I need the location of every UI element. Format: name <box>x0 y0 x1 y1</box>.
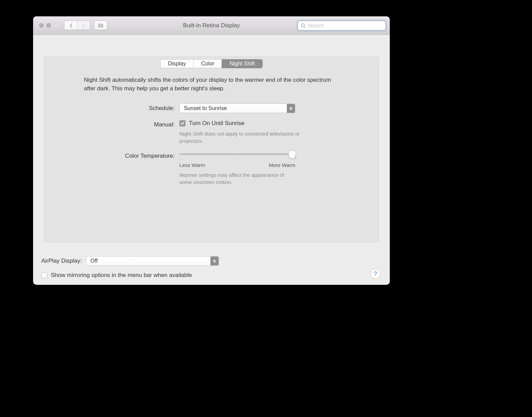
popup-caret-icon <box>210 257 219 265</box>
nav-buttons <box>64 21 90 30</box>
footer: AirPlay Display: Off Show mirroring opti… <box>41 256 382 279</box>
airplay-popup[interactable]: Off <box>86 256 219 266</box>
content-panel: Night Shift automatically shifts the col… <box>44 57 379 242</box>
manual-label: Manual: <box>61 120 179 128</box>
airplay-value: Off <box>86 258 98 264</box>
search-input[interactable] <box>308 22 383 28</box>
manual-checkbox[interactable]: Turn On Until Sunrise <box>179 120 362 127</box>
tab-bar: Display Color Night Shift <box>33 59 390 68</box>
schedule-popup[interactable]: Sunset to Sunrise <box>179 104 295 113</box>
mirroring-checkbox[interactable]: Show mirroring options in the menu bar w… <box>41 272 192 279</box>
show-all-button[interactable] <box>94 21 107 30</box>
zoom-window-button[interactable] <box>54 23 58 28</box>
grid-icon <box>98 24 103 28</box>
help-button[interactable]: ? <box>371 269 380 279</box>
airplay-label: AirPlay Display: <box>41 258 82 264</box>
window-controls <box>39 23 58 28</box>
color-temp-row: Color Temperature: ||| Less Warm More Wa… <box>61 151 362 186</box>
slider-min-label: Less Warm <box>179 162 205 168</box>
chevron-left-icon <box>69 23 73 28</box>
search-field[interactable] <box>298 21 386 30</box>
svg-line-13 <box>304 26 306 28</box>
svg-point-5 <box>100 25 101 26</box>
slider-ticks: ||| <box>179 156 295 160</box>
slider-max-label: More Warm <box>269 162 295 168</box>
svg-point-7 <box>102 25 103 26</box>
forward-button[interactable] <box>77 21 90 30</box>
schedule-label: Schedule: <box>61 104 179 112</box>
tab-color[interactable]: Color <box>193 59 222 68</box>
svg-point-0 <box>98 24 99 25</box>
checkbox-unchecked-icon <box>41 272 47 278</box>
svg-point-1 <box>100 24 101 25</box>
svg-point-6 <box>101 25 102 26</box>
schedule-value: Sunset to Sunrise <box>180 105 227 111</box>
minimize-window-button[interactable] <box>46 23 51 28</box>
color-temp-note: Warmer settings may affect the appearanc… <box>179 171 295 186</box>
mirroring-row: Show mirroring options in the menu bar w… <box>41 272 382 279</box>
manual-checkbox-label: Turn On Until Sunrise <box>189 120 245 127</box>
airplay-row: AirPlay Display: Off <box>41 256 382 266</box>
svg-point-8 <box>98 26 99 27</box>
checkbox-checked-icon <box>179 120 186 126</box>
chevron-right-icon <box>82 23 85 28</box>
display-prefs-window: Built-in Retina Display Display Color Ni… <box>33 16 390 285</box>
color-temp-slider[interactable] <box>179 153 295 155</box>
svg-point-2 <box>101 24 102 25</box>
intro-text: Night Shift automatically shifts the col… <box>84 76 339 93</box>
svg-point-4 <box>98 25 99 26</box>
tab-night-shift[interactable]: Night Shift <box>222 59 263 68</box>
close-window-button[interactable] <box>39 23 44 28</box>
manual-note: Night Shift does not apply to connected … <box>179 130 302 144</box>
slider-labels: Less Warm More Warm <box>179 162 295 168</box>
svg-point-3 <box>102 24 103 25</box>
titlebar: Built-in Retina Display <box>33 16 390 35</box>
color-temp-label: Color Temperature: <box>61 151 179 159</box>
popup-caret-icon <box>287 104 295 113</box>
tab-display[interactable]: Display <box>160 59 194 68</box>
search-icon <box>301 23 306 28</box>
mirroring-label: Show mirroring options in the menu bar w… <box>51 272 192 279</box>
manual-row: Manual: Turn On Until Sunrise Night Shif… <box>61 120 362 144</box>
schedule-row: Schedule: Sunset to Sunrise <box>61 104 362 113</box>
svg-point-9 <box>100 26 101 27</box>
back-button[interactable] <box>64 21 77 30</box>
svg-point-11 <box>102 26 103 27</box>
svg-point-10 <box>101 26 102 27</box>
